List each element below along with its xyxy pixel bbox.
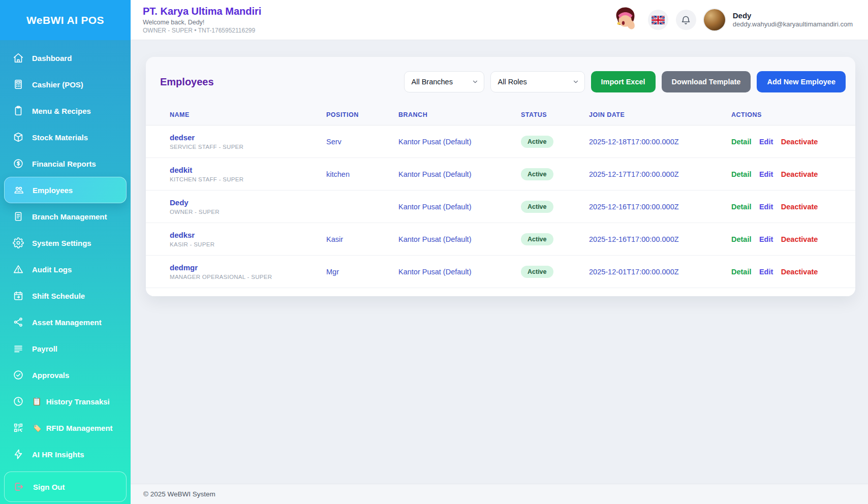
sidebar-item-system-settings[interactable]: System Settings — [4, 230, 127, 256]
deactivate-action-link[interactable]: Deactivate — [781, 203, 818, 211]
download-template-button[interactable]: Download Template — [662, 71, 751, 92]
sidebar-item-label: System Settings — [32, 239, 91, 247]
employee-position: kitchen — [326, 158, 398, 191]
topbar: PT. Karya Ultima Mandiri Welcome back, D… — [131, 0, 868, 40]
sidebar-item-label: Financial Reports — [32, 160, 96, 168]
column-header: JOIN DATE — [589, 104, 731, 125]
share-nodes-icon — [12, 316, 24, 328]
employee-join-date: 2025-12-18T17:00:00.000Z — [589, 125, 731, 158]
sign-out-label: Sign Out — [33, 483, 65, 491]
add-new-employee-button[interactable]: Add New Employee — [757, 71, 846, 92]
employee-position — [326, 191, 398, 223]
employee-name: dedmgr — [170, 263, 326, 272]
column-header: NAME — [146, 104, 326, 125]
calculator-icon — [12, 78, 24, 90]
branch-filter-value: All Branches — [412, 78, 453, 86]
table-row: dedkit KITCHEN STAFF - SUPER kitchen Kan… — [146, 158, 855, 191]
import-excel-button[interactable]: Import Excel — [591, 71, 656, 92]
sidebar-item-menu-recipes[interactable]: Menu & Recipes — [4, 98, 127, 124]
sidebar-item-cashier-pos[interactable]: Cashier (POS) — [4, 71, 127, 98]
sidebar-item-label: Menu & Recipes — [32, 107, 91, 115]
edit-action-link[interactable]: Edit — [759, 170, 773, 178]
qr-code-icon — [12, 422, 24, 434]
detail-action-link[interactable]: Detail — [731, 170, 752, 178]
welcome-text: Welcome back, Dedy! — [143, 19, 261, 26]
sidebar: WeBWI AI POS Dashboard Cashier (POS) — [0, 0, 131, 504]
cube-icon — [12, 131, 24, 143]
employee-branch: Kantor Pusat (Default) — [398, 191, 521, 223]
employee-name: Dedy — [170, 198, 326, 207]
document-icon — [12, 210, 24, 223]
role-filter-select[interactable]: All Roles — [490, 71, 585, 92]
clipboard-icon — [12, 105, 24, 117]
bell-icon — [680, 15, 691, 25]
sidebar-item-approvals[interactable]: Approvals — [4, 362, 127, 388]
sidebar-item-stock-materials[interactable]: Stock Materials — [4, 124, 127, 150]
sidebar-item-history-transaksi[interactable]: 📋 History Transaksi — [4, 388, 127, 415]
warning-triangle-icon — [12, 263, 24, 275]
table-row: dedksr KASIR - SUPER Kasir Kantor Pusat … — [146, 223, 855, 256]
edit-action-link[interactable]: Edit — [759, 138, 773, 146]
nav-item-emoji: 🏷️ — [32, 423, 42, 432]
column-header: STATUS — [521, 104, 589, 125]
sidebar-item-shift-schedule[interactable]: Shift Schedule — [4, 282, 127, 309]
user-name: Dedy — [733, 11, 853, 21]
filters-toolbar: All Branches All Roles Import Excel Down… — [404, 71, 846, 92]
employee-position: Serv — [326, 125, 398, 158]
detail-action-link[interactable]: Detail — [731, 138, 752, 146]
user-avatar[interactable] — [704, 9, 725, 30]
content-shell: PT. Karya Ultima Mandiri Welcome back, D… — [131, 0, 868, 504]
deactivate-action-link[interactable]: Deactivate — [781, 138, 818, 146]
notifications-button[interactable] — [676, 10, 696, 30]
sidebar-item-label: Branch Management — [32, 212, 107, 221]
employee-branch: Kantor Pusat (Default) — [398, 223, 521, 256]
main-area: Employees All Branches All Roles Import … — [131, 40, 868, 484]
employees-table-wrap: NAME POSITION BRANCH STATUS JOIN DATE — [146, 104, 855, 296]
sidebar-item-ai-hr-insights[interactable]: AI HR Insights — [4, 441, 127, 467]
table-row: Dedy OWNER - SUPER Kantor Pusat (Default… — [146, 191, 855, 223]
edit-action-link[interactable]: Edit — [759, 235, 773, 243]
gear-icon — [12, 237, 24, 249]
sign-out-button[interactable]: Sign Out — [4, 471, 127, 502]
edit-action-link[interactable]: Edit — [759, 268, 773, 276]
branch-filter-select[interactable]: All Branches — [404, 71, 484, 92]
column-header: POSITION — [326, 104, 398, 125]
sidebar-item-asset-management[interactable]: Asset Management — [4, 309, 127, 335]
employee-join-date: 2025-12-17T17:00:00.000Z — [589, 158, 731, 191]
employees-table: NAME POSITION BRANCH STATUS JOIN DATE — [146, 104, 855, 288]
status-badge: Active — [521, 136, 553, 148]
sidebar-item-label: Asset Management — [32, 318, 102, 327]
employee-join-date: 2025-12-16T17:00:00.000Z — [589, 223, 731, 256]
user-block[interactable]: Dedy deddy.wahyudi@karyaultimamandiri.co… — [733, 11, 853, 29]
deactivate-action-link[interactable]: Deactivate — [781, 170, 818, 178]
language-flag-button[interactable] — [648, 10, 668, 30]
bolt-icon — [12, 448, 24, 460]
lines-icon — [12, 342, 24, 355]
sidebar-item-audit-logs[interactable]: Audit Logs — [4, 256, 127, 282]
employee-join-date: 2025-12-16T17:00:00.000Z — [589, 191, 731, 223]
deactivate-action-link[interactable]: Deactivate — [781, 235, 818, 243]
detail-action-link[interactable]: Detail — [731, 268, 752, 276]
edit-action-link[interactable]: Edit — [759, 203, 773, 211]
table-body: dedser SERVICE STAFF - SUPER Serv Kantor… — [146, 125, 855, 288]
employee-role: KITCHEN STAFF - SUPER — [170, 176, 326, 182]
column-header: BRANCH — [398, 104, 521, 125]
sidebar-item-rfid-management[interactable]: 🏷️ RFID Management — [4, 415, 127, 441]
sidebar-item-employees[interactable]: Employees — [4, 177, 127, 203]
nav-item-emoji: 📋 — [32, 397, 42, 406]
calendar-icon — [12, 290, 24, 302]
employee-name: dedkit — [170, 166, 326, 174]
dollar-circle-icon — [12, 158, 24, 170]
uk-flag-icon — [652, 16, 665, 24]
sidebar-item-branch-management[interactable]: Branch Management — [4, 203, 127, 230]
detail-action-link[interactable]: Detail — [731, 203, 752, 211]
sidebar-item-payroll[interactable]: Payroll — [4, 335, 127, 362]
sidebar-item-dashboard[interactable]: Dashboard — [4, 45, 127, 71]
sidebar-item-label: Employees — [33, 186, 73, 195]
employee-position: Kasir — [326, 223, 398, 256]
deactivate-action-link[interactable]: Deactivate — [781, 268, 818, 276]
detail-action-link[interactable]: Detail — [731, 235, 752, 243]
status-badge: Active — [521, 168, 553, 180]
employee-role: MANAGER OPERASIONAL - SUPER — [170, 274, 326, 280]
sidebar-item-financial-reports[interactable]: Financial Reports — [4, 150, 127, 177]
